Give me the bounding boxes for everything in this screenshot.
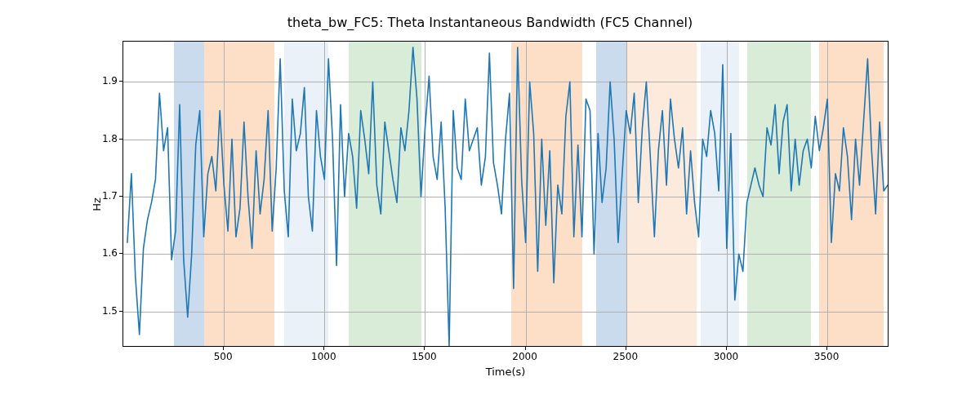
x-tick-label: 1000: [311, 351, 336, 362]
y-axis-label: Hz: [88, 0, 105, 408]
x-tick: [223, 347, 224, 350]
x-tick-label: 500: [214, 351, 233, 362]
y-tick-label: 1.8: [100, 133, 118, 144]
x-tick: [323, 347, 324, 350]
x-tick-label: 2000: [512, 351, 537, 362]
y-tick-label: 1.9: [100, 75, 118, 86]
x-tick-label: 3500: [814, 351, 840, 362]
x-tick: [525, 347, 526, 350]
y-tick: [119, 311, 122, 312]
x-tick: [424, 347, 425, 350]
x-tick-label: 1500: [412, 351, 437, 362]
x-tick-label: 2500: [613, 351, 639, 362]
y-tick: [119, 81, 122, 82]
chart-title: theta_bw_FC5: Theta Instantaneous Bandwi…: [0, 15, 980, 30]
y-tick: [119, 253, 122, 254]
y-tick-label: 1.6: [100, 247, 118, 259]
x-tick: [826, 347, 827, 350]
y-tick-label: 1.7: [100, 190, 118, 202]
y-tick: [119, 139, 122, 140]
line-series: [123, 42, 888, 346]
x-tick: [626, 347, 626, 350]
x-tick-label: 3000: [714, 351, 739, 362]
y-tick-label: 1.5: [100, 305, 118, 317]
x-axis-label: Time(s): [122, 366, 889, 378]
chart-figure: theta_bw_FC5: Theta Instantaneous Bandwi…: [0, 0, 980, 408]
y-tick: [119, 196, 122, 197]
x-tick: [726, 347, 727, 350]
plot-area: [122, 41, 889, 347]
